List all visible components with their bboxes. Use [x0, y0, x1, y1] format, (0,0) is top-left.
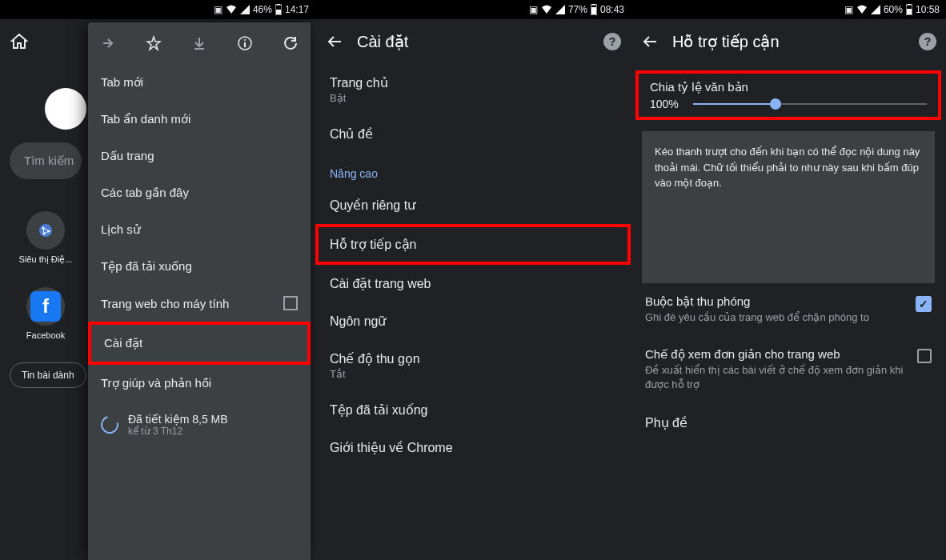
item-site-settings[interactable]: Cài đặt trang web: [315, 265, 631, 302]
svg-rect-12: [244, 42, 246, 47]
shortcut-item[interactable]: Siêu thị Điệ...: [10, 211, 82, 265]
forward-icon[interactable]: [99, 34, 117, 52]
help-icon[interactable]: ?: [603, 33, 621, 50]
battery-text: 60%: [884, 4, 903, 15]
text-scaling-slider[interactable]: [693, 103, 927, 105]
page-title: Hỗ trợ tiếp cận: [672, 32, 906, 51]
shortcut-label: Facebook: [26, 330, 65, 340]
text-scaling-item: Chia tỷ lệ văn bản 100%: [650, 80, 927, 110]
shortcut-item[interactable]: f Facebook: [10, 287, 82, 340]
battery-text: 77%: [568, 4, 587, 15]
time-text: 10:58: [916, 4, 940, 15]
accessibility-toolbar: Hỗ trợ tiếp cận ?: [631, 19, 946, 64]
menu-help[interactable]: Trợ giúp và phản hồi: [88, 365, 311, 402]
shortcut-icon: [26, 211, 65, 250]
svg-rect-14: [591, 7, 596, 14]
chip[interactable]: Tin bài dành: [10, 362, 86, 388]
settings-toolbar: Cài đặt ?: [315, 19, 631, 64]
svg-point-3: [39, 224, 52, 237]
item-captions[interactable]: Phụ đề: [631, 404, 946, 442]
battery-icon: [275, 4, 282, 15]
notification-icon: ▣: [214, 4, 222, 15]
menu-history[interactable]: Lịch sử: [88, 211, 311, 248]
data-saved-secondary: kể từ 3 Th12: [128, 426, 228, 437]
menu-incognito[interactable]: Tab ẩn danh mới: [88, 101, 311, 138]
reload-icon[interactable]: [282, 34, 299, 52]
battery-icon: [906, 4, 912, 15]
info-icon[interactable]: [236, 34, 254, 52]
signal-icon: [871, 5, 880, 14]
menu-new-tab[interactable]: Tab mới: [88, 64, 311, 101]
text-scaling-highlight: Chia tỷ lệ văn bản 100%: [635, 70, 941, 120]
menu-data-saved[interactable]: Đã tiết kiệm 8,5 MB kể từ 3 Th12: [88, 402, 311, 448]
status-bar: ▣ 46% 14:17: [0, 0, 315, 19]
data-saved-primary: Đã tiết kiệm 8,5 MB: [128, 413, 228, 426]
status-bar: ▣ 77% 08:43: [315, 0, 631, 19]
item-downloads[interactable]: Tệp đã tải xuống: [315, 391, 631, 429]
wifi-icon: [856, 5, 868, 14]
data-saver-icon: [98, 413, 122, 437]
menu-downloads[interactable]: Tệp đã tải xuống: [88, 248, 311, 285]
menu-settings[interactable]: Cài đặt: [88, 322, 311, 365]
slider-thumb[interactable]: [770, 98, 781, 110]
phone-screen-1: ▣ 46% 14:17 Tìm kiếm Siêu thị Điệ... f F…: [0, 0, 315, 560]
menu-recent-tabs[interactable]: Các tab gần đây: [88, 174, 311, 211]
svg-rect-1: [276, 10, 281, 14]
shortcut-label: Siêu thị Điệ...: [19, 254, 73, 264]
svg-point-11: [244, 39, 246, 41]
back-icon[interactable]: [325, 32, 344, 51]
item-theme[interactable]: Chủ đề: [315, 115, 631, 153]
menu-bookmarks[interactable]: Dấu trang: [88, 138, 311, 174]
menu-top-row: [88, 22, 311, 64]
back-icon[interactable]: [640, 32, 659, 51]
wifi-icon: [226, 5, 237, 14]
item-about[interactable]: Giới thiệu về Chrome: [315, 429, 631, 466]
svg-rect-15: [592, 4, 595, 5]
item-lite-mode[interactable]: Chế độ thu gọn Tắt: [315, 340, 631, 391]
svg-rect-17: [907, 9, 912, 14]
notification-icon: ▣: [844, 4, 853, 15]
item-privacy[interactable]: Quyền riêng tư: [315, 186, 631, 224]
force-zoom-checkbox[interactable]: ✓: [916, 296, 932, 312]
signal-icon: [240, 5, 250, 14]
notification-icon: ▣: [529, 4, 538, 15]
text-scaling-value: 100%: [650, 98, 685, 110]
item-homepage[interactable]: Trang chủ Bật: [315, 64, 631, 115]
force-zoom-item[interactable]: Buộc bật thu phóng Ghi đè yêu cầu của tr…: [631, 283, 946, 336]
phone-screen-3: ▣ 60% 10:58 Hỗ trợ tiếp cận ? Chia tỷ lệ…: [631, 0, 946, 560]
overflow-menu: Tab mới Tab ẩn danh mới Dấu trang Các ta…: [88, 22, 311, 560]
battery-icon: [591, 4, 597, 15]
phone-screen-2: ▣ 77% 08:43 Cài đặt ? Trang chủ Bật Chủ …: [315, 0, 631, 560]
page-title: Cài đặt: [357, 32, 591, 51]
search-input[interactable]: Tìm kiếm: [10, 142, 82, 179]
time-text: 08:43: [600, 4, 624, 15]
svg-rect-18: [908, 4, 911, 5]
home-icon[interactable]: [10, 32, 29, 51]
svg-rect-2: [277, 4, 280, 5]
wifi-icon: [541, 5, 552, 14]
menu-desktop-site[interactable]: Trang web cho máy tính: [88, 285, 311, 322]
text-scaling-label: Chia tỷ lệ văn bản: [650, 80, 927, 94]
signal-icon: [555, 5, 565, 14]
simplified-view-item[interactable]: Chế độ xem đơn giản cho trang web Đề xuấ…: [631, 336, 946, 403]
desktop-checkbox[interactable]: [283, 296, 298, 310]
shortcut-icon: f: [26, 287, 65, 326]
item-accessibility[interactable]: Hỗ trợ tiếp cận: [315, 224, 631, 265]
facebook-icon: f: [30, 291, 61, 322]
simplified-view-checkbox[interactable]: [917, 349, 932, 363]
time-text: 14:17: [285, 4, 309, 15]
status-bar: ▣ 60% 10:58: [631, 0, 946, 19]
star-icon[interactable]: [145, 34, 162, 52]
battery-text: 46%: [253, 4, 272, 15]
item-language[interactable]: Ngôn ngữ: [315, 302, 631, 340]
preview-text: Kéo thanh trượt cho đến khi bạn có thể đ…: [642, 131, 935, 283]
download-icon[interactable]: [190, 34, 208, 52]
help-icon[interactable]: ?: [919, 33, 936, 50]
google-logo: [45, 88, 86, 130]
section-advanced: Nâng cao: [315, 153, 631, 186]
